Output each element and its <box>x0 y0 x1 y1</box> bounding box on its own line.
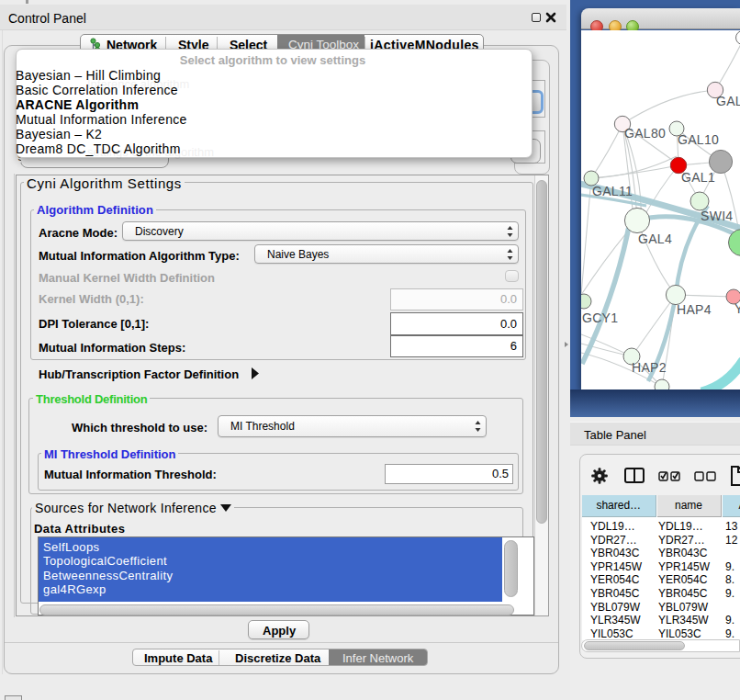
svg-text:GCY1: GCY1 <box>582 310 618 325</box>
svg-text:GAL80: GAL80 <box>624 126 666 141</box>
svg-text:GAL1: GAL1 <box>681 170 715 185</box>
svg-text:GAL11: GAL11 <box>592 184 633 198</box>
svg-text:SWI4: SWI4 <box>701 209 733 223</box>
svg-text:GAL10: GAL10 <box>678 132 719 147</box>
svg-text:GAL: GAL <box>716 94 740 108</box>
svg-text:HAP2: HAP2 <box>632 360 667 375</box>
svg-text:GAL4: GAL4 <box>638 231 672 246</box>
svg-text:HAP4: HAP4 <box>677 302 712 317</box>
svg-text:Y: Y <box>734 301 740 316</box>
